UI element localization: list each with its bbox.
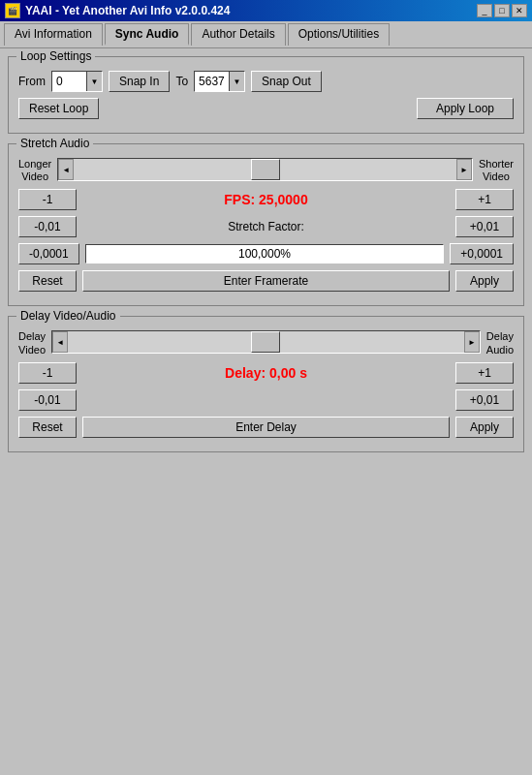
delay-video-audio-group: Delay Video/Audio Delay Video ◄ ► Delay …: [8, 316, 524, 451]
delay-plus-point01-button[interactable]: +0,01: [455, 389, 514, 411]
tab-bar: Avi Information Sync Audio Author Detail…: [0, 21, 532, 48]
delay-left-arrow[interactable]: ◄: [52, 331, 68, 353]
from-label: From: [18, 75, 46, 88]
delay-audio-label: Delay Audio: [486, 330, 514, 356]
stretch-audio-group: Stretch Audio Longer Video ◄ ► Shorter V…: [8, 143, 524, 306]
to-value: 5637: [195, 73, 229, 90]
from-dropdown-arrow[interactable]: ▼: [86, 72, 102, 91]
snap-in-button[interactable]: Snap In: [109, 71, 170, 92]
delay-plus-one-button[interactable]: +1: [455, 362, 514, 384]
snap-out-button[interactable]: Snap Out: [251, 71, 322, 92]
stretch-minus-point01-button[interactable]: -0,01: [18, 216, 77, 237]
to-dropdown-arrow[interactable]: ▼: [229, 72, 244, 91]
window-controls: _ □ ✕: [477, 4, 527, 17]
title-bar: 🎬 YAAI - Yet Another Avi Info v2.0.0.424…: [0, 0, 532, 21]
delay-right-arrow[interactable]: ►: [464, 331, 480, 353]
delay-video-label: Delay Video: [18, 330, 46, 356]
app-title: YAAI - Yet Another Avi Info v2.0.0.424: [25, 4, 230, 17]
reset-loop-button[interactable]: Reset Loop: [18, 98, 99, 119]
stretch-plus-small-button[interactable]: +0,0001: [450, 243, 514, 264]
delay-group-label: Delay Video/Audio: [16, 309, 120, 323]
to-dropdown[interactable]: 5637 ▼: [194, 71, 245, 92]
app-icon: 🎬: [5, 3, 20, 18]
delay-apply-button[interactable]: Apply: [455, 417, 514, 438]
shorter-video-label: Shorter Video: [479, 158, 514, 183]
stretch-apply-button[interactable]: Apply: [455, 270, 514, 292]
apply-loop-button[interactable]: Apply Loop: [417, 98, 514, 119]
delay-display: Delay: 0,00 s: [82, 365, 450, 381]
maximize-button[interactable]: □: [494, 4, 510, 17]
delay-reset-button[interactable]: Reset: [18, 417, 77, 438]
main-content: Loop Settings From 0 ▼ Snap In To 5637 ▼…: [0, 48, 532, 470]
from-dropdown[interactable]: 0 ▼: [51, 71, 103, 92]
tab-avi-information[interactable]: Avi Information: [4, 23, 103, 46]
loop-settings-label: Loop Settings: [16, 49, 95, 63]
stretch-minus-small-button[interactable]: -0,0001: [18, 243, 79, 264]
from-value: 0: [52, 73, 86, 90]
stretch-plus-one-button[interactable]: +1: [455, 189, 514, 210]
stretch-factor-label: Stretch Factor:: [82, 220, 450, 233]
enter-delay-button[interactable]: Enter Delay: [82, 417, 450, 438]
to-label: To: [175, 75, 188, 88]
stretch-audio-label: Stretch Audio: [16, 137, 93, 150]
tab-options-utilities[interactable]: Options/Utilities: [288, 23, 390, 46]
percent-input[interactable]: [85, 244, 445, 264]
stretch-right-arrow[interactable]: ►: [456, 159, 472, 180]
enter-framerate-button[interactable]: Enter Framerate: [82, 270, 450, 292]
stretch-minus-one-button[interactable]: -1: [18, 189, 77, 210]
tab-sync-audio[interactable]: Sync Audio: [105, 23, 190, 46]
delay-track[interactable]: [68, 331, 464, 353]
fps-display: FPS: 25,0000: [82, 192, 450, 207]
tab-author-details[interactable]: Author Details: [191, 23, 285, 46]
longer-video-label: Longer Video: [18, 158, 51, 183]
stretch-reset-button[interactable]: Reset: [18, 270, 77, 292]
loop-settings-group: Loop Settings From 0 ▼ Snap In To 5637 ▼…: [8, 56, 524, 134]
stretch-plus-point01-button[interactable]: +0,01: [455, 216, 514, 237]
stretch-thumb[interactable]: [251, 159, 280, 180]
delay-minus-one-button[interactable]: -1: [18, 362, 77, 384]
stretch-track[interactable]: [74, 159, 456, 180]
close-button[interactable]: ✕: [512, 4, 527, 17]
stretch-left-arrow[interactable]: ◄: [58, 159, 74, 180]
delay-slider[interactable]: ◄ ►: [51, 330, 481, 354]
delay-thumb[interactable]: [251, 331, 280, 353]
stretch-slider[interactable]: ◄ ►: [57, 158, 473, 181]
delay-minus-point01-button[interactable]: -0,01: [18, 389, 77, 411]
minimize-button[interactable]: _: [477, 4, 492, 17]
